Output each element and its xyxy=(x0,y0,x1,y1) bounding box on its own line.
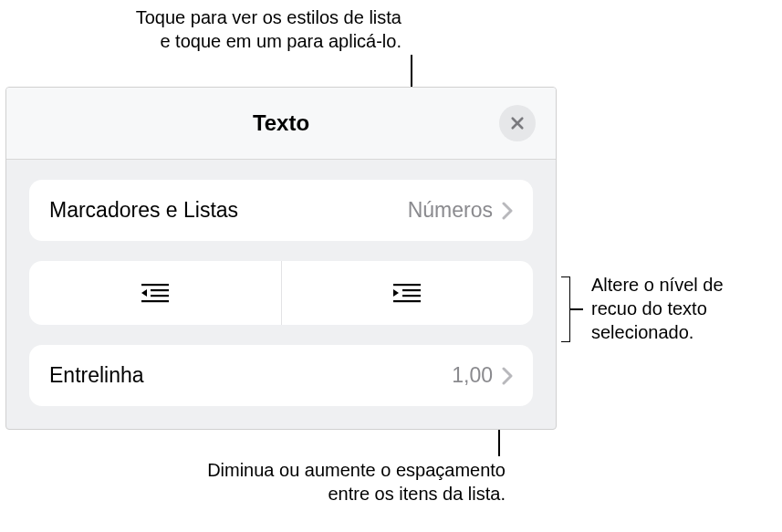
panel-header: Texto xyxy=(6,88,556,160)
indent-controls xyxy=(29,261,533,325)
svg-rect-3 xyxy=(151,289,169,291)
callout-text: Diminua ou aumente o espaçamento xyxy=(68,458,506,482)
svg-marker-6 xyxy=(141,289,147,297)
chevron-right-icon xyxy=(502,202,513,220)
callout-text: e toque em um para aplicá-lo. xyxy=(9,29,401,53)
text-format-panel: Texto Marcadores e Listas Números xyxy=(5,87,557,430)
line-spacing-value: 1,00 xyxy=(452,363,493,388)
close-icon xyxy=(509,115,526,131)
line-spacing-value-group: 1,00 xyxy=(452,363,513,388)
svg-marker-11 xyxy=(393,289,399,297)
callout-text: Altere o nível de xyxy=(591,273,774,297)
callout-text: recuo do texto xyxy=(591,297,774,320)
close-button[interactable] xyxy=(499,105,536,141)
svg-rect-7 xyxy=(393,284,421,286)
list-style-value: Números xyxy=(408,198,493,223)
callout-text: entre os itens da lista. xyxy=(68,482,506,506)
callout-bracket xyxy=(561,276,570,342)
svg-rect-4 xyxy=(151,295,169,297)
bullets-lists-value: Números xyxy=(408,198,513,223)
svg-rect-8 xyxy=(402,289,421,291)
svg-rect-10 xyxy=(393,300,421,302)
outdent-button[interactable] xyxy=(29,261,282,325)
panel-body: Marcadores e Listas Números xyxy=(6,160,556,406)
svg-rect-2 xyxy=(141,284,169,286)
indent-icon xyxy=(393,282,421,304)
svg-rect-9 xyxy=(402,295,421,297)
callout-text: Toque para ver os estilos de lista xyxy=(9,5,401,29)
bullets-lists-label: Marcadores e Listas xyxy=(49,198,238,223)
panel-title: Texto xyxy=(253,110,309,136)
line-spacing-label: Entrelinha xyxy=(49,363,144,388)
chevron-right-icon xyxy=(502,367,513,385)
callout-leader xyxy=(570,308,583,310)
callout-text: selecionado. xyxy=(591,320,774,344)
bullets-and-lists-row[interactable]: Marcadores e Listas Números xyxy=(29,180,533,241)
indent-button[interactable] xyxy=(282,261,534,325)
outdent-icon xyxy=(141,282,169,304)
line-spacing-row[interactable]: Entrelinha 1,00 xyxy=(29,345,533,406)
svg-rect-5 xyxy=(141,300,169,302)
